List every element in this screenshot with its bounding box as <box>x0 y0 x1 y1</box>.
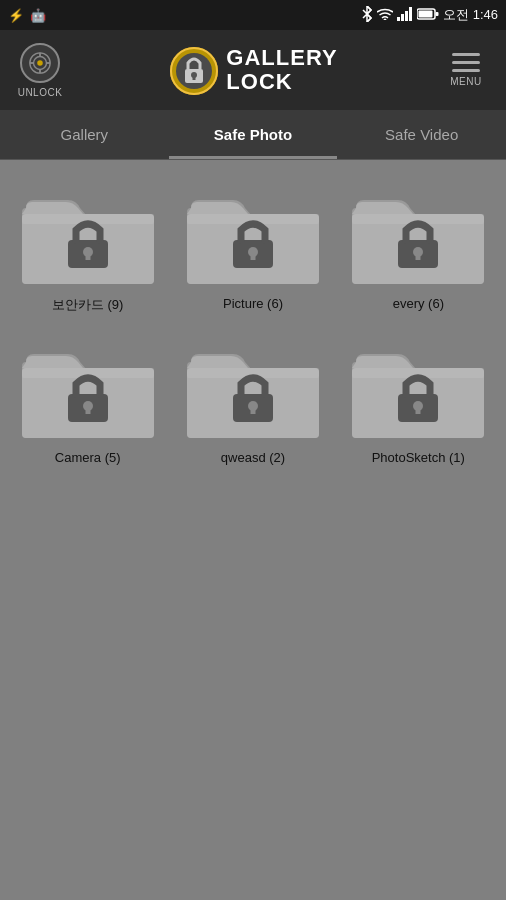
folder-icon <box>18 334 158 444</box>
tab-safe-video[interactable]: Safe Video <box>337 110 506 159</box>
folder-item[interactable]: 보안카드 (9) <box>10 180 165 314</box>
svg-rect-35 <box>416 252 421 260</box>
svg-point-10 <box>37 60 43 66</box>
tab-safe-photo[interactable]: Safe Photo <box>169 110 338 159</box>
menu-line-3 <box>452 69 480 72</box>
svg-rect-45 <box>250 406 255 414</box>
wifi-icon <box>377 8 393 23</box>
unlock-button[interactable]: UNLOCK <box>10 43 70 98</box>
logo-icon <box>168 45 218 95</box>
battery-icon <box>417 8 439 23</box>
folder-label: PhotoSketch (1) <box>372 450 465 465</box>
folder-icon <box>183 334 323 444</box>
svg-rect-3 <box>405 11 408 21</box>
status-left-icons: ⚡ 🤖 <box>8 8 46 23</box>
menu-line-1 <box>452 53 480 56</box>
signal-icon <box>397 7 413 24</box>
folder-icon <box>18 180 158 290</box>
folder-item[interactable]: every (6) <box>341 180 496 314</box>
folder-label: qweasd (2) <box>221 450 285 465</box>
app-logo: GALLERY LOCK <box>168 45 337 95</box>
folder-item[interactable]: PhotoSketch (1) <box>341 334 496 465</box>
svg-rect-1 <box>397 17 400 21</box>
folder-icon <box>348 180 488 290</box>
android-icon: 🤖 <box>30 8 46 23</box>
svg-rect-25 <box>85 252 90 260</box>
tab-bar: Gallery Safe Photo Safe Video <box>0 110 506 160</box>
svg-rect-50 <box>416 406 421 414</box>
svg-rect-40 <box>85 406 90 414</box>
unlock-label: UNLOCK <box>18 87 63 98</box>
svg-rect-6 <box>419 10 433 17</box>
folder-item[interactable]: qweasd (2) <box>175 334 330 465</box>
folder-item[interactable]: Picture (6) <box>175 180 330 314</box>
svg-rect-2 <box>401 14 404 21</box>
folder-label: Camera (5) <box>55 450 121 465</box>
status-bar: ⚡ 🤖 <box>0 0 506 30</box>
menu-button[interactable]: MENU <box>436 53 496 87</box>
svg-rect-4 <box>409 7 412 21</box>
tab-gallery[interactable]: Gallery <box>0 110 169 159</box>
menu-icon <box>452 53 480 72</box>
logo-lock: LOCK <box>226 70 337 94</box>
folder-grid: 보안카드 (9) Picture (6) <box>0 160 506 485</box>
folder-item[interactable]: Camera (5) <box>10 334 165 465</box>
svg-point-0 <box>384 18 387 20</box>
folder-label: Picture (6) <box>223 296 283 311</box>
time-display: 오전 1:46 <box>443 6 498 24</box>
folder-label: 보안카드 (9) <box>52 296 124 314</box>
folder-icon <box>183 180 323 290</box>
usb-icon: ⚡ <box>8 8 24 23</box>
svg-rect-30 <box>250 252 255 260</box>
folder-icon <box>348 334 488 444</box>
unlock-circle-icon <box>20 43 60 83</box>
menu-line-2 <box>452 61 480 64</box>
folder-label: every (6) <box>393 296 444 311</box>
bluetooth-icon <box>361 6 373 25</box>
svg-rect-19 <box>193 75 196 80</box>
logo-text: GALLERY LOCK <box>226 46 337 94</box>
svg-rect-7 <box>436 12 439 16</box>
logo-gallery: GALLERY <box>226 46 337 70</box>
menu-label: MENU <box>450 76 481 87</box>
top-bar: UNLOCK GALLERY LOCK <box>0 30 506 110</box>
status-right-icons: 오전 1:46 <box>361 6 498 25</box>
